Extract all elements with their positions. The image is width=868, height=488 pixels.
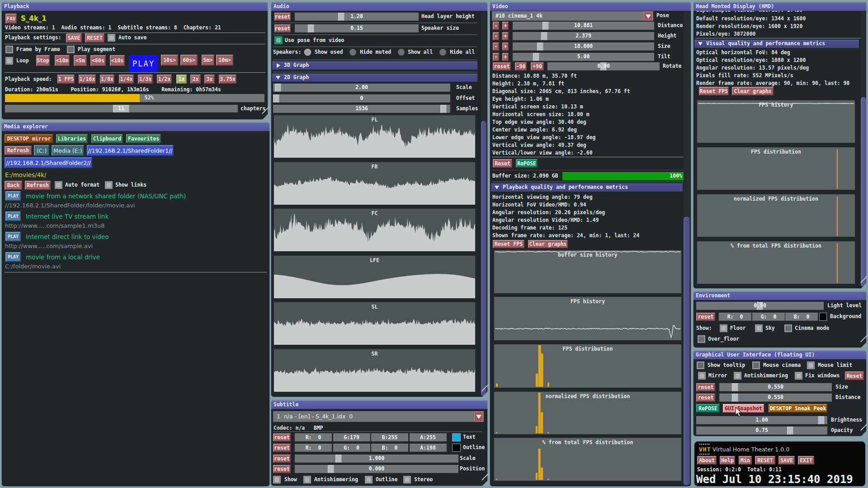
hmd-clear-graphs-button[interactable]: Clear graphs xyxy=(732,87,774,95)
video-distance-minus-button[interactable]: - xyxy=(493,22,499,30)
env-over-floor-checkbox[interactable] xyxy=(698,335,705,343)
frame-by-frame-checkbox[interactable] xyxy=(5,46,13,53)
play-item-button-3[interactable]: PLAY xyxy=(5,252,21,262)
shared-folder2-button[interactable]: //192.168.2.1/SharedFolder2// xyxy=(5,157,92,168)
subtitle-text-g-field[interactable]: G:179 xyxy=(333,433,370,441)
speaker-radio-3[interactable] xyxy=(439,49,446,56)
env-bg-r-field[interactable]: R: 0 xyxy=(719,313,751,321)
graph-offset-slider[interactable]: 0 xyxy=(273,94,450,103)
subtitle-outline-r-field[interactable]: R: 0 xyxy=(295,444,332,452)
audio-panel-titlebar[interactable]: Audio xyxy=(271,2,487,11)
speaker-size-slider[interactable]: 0.15 xyxy=(295,24,419,33)
video-tilt-slider[interactable]: 5.00 xyxy=(513,53,654,61)
speed-button-5[interactable]: 1/2x xyxy=(157,75,172,84)
seek-fwd-button-3[interactable]: 10m> xyxy=(216,55,233,66)
video-distance-slider[interactable]: 10.881 xyxy=(513,22,654,30)
subtitle-track-dropdown-button[interactable] xyxy=(474,412,483,422)
video-height-minus-button[interactable]: - xyxy=(493,32,499,40)
env-reset-bg-button[interactable]: reset xyxy=(696,313,715,321)
gui-show-tooltip-checkbox[interactable] xyxy=(697,361,704,369)
gui-mouse-cinema-checkbox[interactable] xyxy=(752,361,760,369)
gui-fix-windows-checkbox[interactable] xyxy=(795,372,802,380)
subtitle-text-color-swatch[interactable] xyxy=(452,433,461,441)
resize-corner[interactable] xyxy=(481,391,488,398)
resize-corner[interactable] xyxy=(860,282,867,289)
env-sky-checkbox[interactable] xyxy=(755,324,763,332)
speaker-radio-1[interactable] xyxy=(349,49,356,56)
video-rotate-minus90-button[interactable]: -90 xyxy=(515,62,527,70)
vht-save-button[interactable]: SAVE xyxy=(778,456,795,465)
vht-min-button[interactable]: Min xyxy=(739,456,752,465)
section-playback-metrics[interactable]: Playback quality and performance metrics xyxy=(491,183,683,192)
pose-dropdown-button[interactable] xyxy=(644,12,653,20)
chapter-slider-handle[interactable]: 11 xyxy=(113,105,129,113)
pose-dropdown[interactable]: #10 cinema_1 4k xyxy=(492,11,653,21)
drive-c-button[interactable]: (C:) xyxy=(34,145,49,156)
seek-fwd-button-2[interactable]: 5m> xyxy=(202,55,214,66)
environment-panel-titlebar[interactable]: Environment xyxy=(693,291,866,300)
hmd-panel-titlebar[interactable]: Head Monted Display (HMD) xyxy=(693,2,866,11)
video-size-slider[interactable]: 18.000 xyxy=(513,42,654,51)
vht-help-button[interactable]: Help xyxy=(720,456,735,465)
resize-corner[interactable] xyxy=(860,342,867,348)
video-panel-titlebar[interactable]: Video xyxy=(490,2,691,11)
video-height-plus-button[interactable]: + xyxy=(502,32,509,40)
vht-reset-button[interactable]: RESET xyxy=(755,456,775,465)
video-size-plus-button[interactable]: + xyxy=(502,42,509,51)
speaker-radio-0[interactable] xyxy=(304,49,311,56)
seek-fwd-button-0[interactable]: 10s> xyxy=(161,55,178,66)
env-bg-color-swatch[interactable] xyxy=(819,313,827,321)
subtitle-outline-checkbox[interactable] xyxy=(365,476,373,483)
media-explorer-panel-titlebar[interactable]: Media explorer xyxy=(2,122,269,131)
speed-button-9[interactable]: 3.75x xyxy=(219,75,236,84)
section-2d-graph[interactable]: 2D Graph xyxy=(272,74,477,82)
subtitle-text-r-field[interactable]: R: 0 xyxy=(295,433,332,441)
gui-reset-button[interactable]: Reset xyxy=(845,371,864,380)
graph-samples-slider[interactable]: 1536 xyxy=(273,105,450,113)
refresh-drives-button[interactable]: Refresh xyxy=(5,146,32,155)
subtitle-text-b-field[interactable]: B:255 xyxy=(371,433,408,441)
favourites-button[interactable]: Favourites xyxy=(126,134,161,143)
env-cinema-mode-checkbox[interactable] xyxy=(784,324,792,332)
subtitle-text-a-field[interactable]: A:255 xyxy=(410,433,447,441)
speed-button-8[interactable]: 3x xyxy=(204,75,215,84)
graph-scale-slider[interactable]: 2.00 xyxy=(273,84,450,92)
play-item-button-0[interactable]: PLAY xyxy=(5,191,21,201)
video-reset-fps-button[interactable]: Reset FPS xyxy=(493,240,524,248)
gui-distance-reset-button[interactable]: reset xyxy=(696,394,715,402)
resize-corner[interactable] xyxy=(481,480,488,487)
vht-exit-button[interactable]: EXIT xyxy=(798,456,814,465)
gui-size-reset-button[interactable]: reset xyxy=(696,383,715,391)
video-rotate-plus90-button[interactable]: +90 xyxy=(531,62,544,70)
subtitle-panel-titlebar[interactable]: Subtitle xyxy=(271,400,487,409)
gui-mouse-limit-checkbox[interactable] xyxy=(807,361,815,369)
subtitle-scale-slider[interactable]: 1.000 xyxy=(295,455,458,463)
seek-progress-bar[interactable]: 52% xyxy=(5,94,264,102)
seek-back-button-3[interactable]: <60s xyxy=(90,55,106,66)
speaker-radio-2[interactable] xyxy=(398,49,405,56)
hmd-reset-fps-button[interactable]: Reset FPS xyxy=(699,87,729,95)
video-rotate-reset-button[interactable]: reset xyxy=(493,62,511,70)
video-height-slider[interactable]: 2.379 xyxy=(513,32,654,40)
gui-panel-titlebar[interactable]: Graphical User Interface (floating UI) xyxy=(693,351,866,359)
speed-button-0[interactable]: 1 FPS xyxy=(57,75,75,84)
env-bg-g-field[interactable]: G: 0 xyxy=(752,313,785,321)
seek-back-button-2[interactable]: <5m xyxy=(74,55,87,66)
seek-back-button-4[interactable]: <10s xyxy=(110,55,125,66)
subtitle-outline-g-field[interactable]: G: 0 xyxy=(333,444,370,452)
audio-scrollbar-thumb[interactable] xyxy=(481,121,486,396)
save-settings-button[interactable]: SAVE xyxy=(66,33,82,42)
fav-button[interactable]: FAV xyxy=(5,14,17,23)
subtitle-track-dropdown[interactable]: 1 n/a - [en] - S_4k_1.idx 0 xyxy=(273,411,484,422)
subtitle-position-slider[interactable]: 0.000 xyxy=(295,465,458,473)
audio-reset-speaker-size-button[interactable]: reset xyxy=(274,24,291,33)
video-rotate-slider[interactable]: 0.00 xyxy=(547,62,660,70)
vht-about-button[interactable]: About xyxy=(697,456,717,465)
drive-e-button[interactable]: Media (E:) xyxy=(52,145,84,156)
desktop-mirror-button[interactable]: DESKTOP mirror xyxy=(5,134,53,143)
gui-mirror-checkbox[interactable] xyxy=(698,372,706,380)
play-segment-checkbox[interactable] xyxy=(67,46,75,53)
use-pose-checkbox[interactable] xyxy=(274,36,283,44)
video-tilt-minus-button[interactable]: - xyxy=(493,53,499,61)
subtitle-outline-color-swatch[interactable] xyxy=(452,444,461,452)
